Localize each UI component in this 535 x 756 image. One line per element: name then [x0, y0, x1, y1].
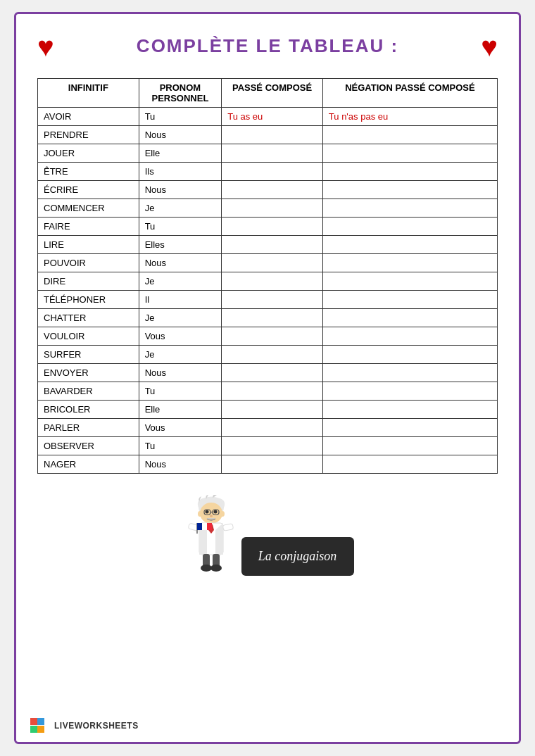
cell-pronom: Elle — [139, 401, 222, 419]
worksheet-page: ♥ COMPLÈTE LE TABLEAU : ♥ INFINITIF PRON… — [14, 12, 521, 744]
cell-pronom: Vous — [139, 327, 222, 346]
table-row: TÉLÉPHONERIl — [38, 291, 498, 309]
cell-passe — [222, 346, 323, 364]
cell-passe — [222, 144, 323, 163]
cell-infinitif: BRICOLER — [38, 401, 139, 419]
svg-point-9 — [220, 511, 225, 517]
table-row: LIREElles — [38, 236, 498, 254]
table-row: SURFERJe — [38, 346, 498, 364]
table-row: OBSERVERTu — [38, 437, 498, 455]
cell-infinitif: COMMENCER — [38, 199, 139, 218]
footer-illustration: La conjugaison — [37, 495, 498, 576]
svg-point-19 — [201, 565, 212, 572]
table-row: JOUERElle — [38, 144, 498, 163]
cell-negation — [322, 437, 497, 455]
cell-pronom: Je — [139, 346, 222, 364]
table-row: DIREJe — [38, 272, 498, 291]
svg-point-3 — [213, 510, 217, 514]
cell-negation — [322, 455, 497, 474]
table-row: POUVOIRNous — [38, 254, 498, 272]
cell-passe: Tu as eu — [222, 108, 323, 126]
cell-passe — [222, 218, 323, 236]
cell-passe — [222, 364, 323, 382]
cell-passe — [222, 437, 323, 455]
cell-negation — [322, 144, 497, 163]
cell-negation — [322, 382, 497, 401]
cell-pronom: Nous — [139, 455, 222, 474]
table-row: PRENDRENous — [38, 126, 498, 144]
cell-passe — [222, 163, 323, 181]
cell-infinitif: JOUER — [38, 144, 139, 163]
table-row: ÉCRIRENous — [38, 181, 498, 199]
table-row: AVOIRTuTu as euTu n'as pas eu — [38, 108, 498, 126]
col-header-negation: NÉGATION PASSÉ COMPOSÉ — [322, 79, 497, 108]
svg-point-2 — [205, 510, 208, 514]
svg-rect-21 — [30, 718, 37, 725]
cell-pronom: Tu — [139, 108, 222, 126]
table-row: ENVOYERNous — [38, 364, 498, 382]
cell-negation — [322, 327, 497, 346]
liveworksheets-icon — [30, 718, 51, 733]
cell-passe — [222, 309, 323, 327]
cell-negation — [322, 291, 497, 309]
svg-rect-14 — [202, 523, 207, 530]
table-row: BAVARDERTu — [38, 382, 498, 401]
cell-negation — [322, 254, 497, 272]
cell-passe — [222, 419, 323, 437]
cell-negation — [322, 272, 497, 291]
col-header-infinitif: INFINITIF — [38, 79, 139, 108]
cell-infinitif: ENVOYER — [38, 364, 139, 382]
cell-infinitif: FAIRE — [38, 218, 139, 236]
cell-pronom: Tu — [139, 382, 222, 401]
cell-pronom: Vous — [139, 419, 222, 437]
cell-negation — [322, 401, 497, 419]
cell-negation — [322, 199, 497, 218]
cell-negation: Tu n'as pas eu — [322, 108, 497, 126]
cell-infinitif: TÉLÉPHONER — [38, 291, 139, 309]
svg-point-7 — [210, 515, 213, 517]
cell-pronom: Je — [139, 272, 222, 291]
heart-left-icon: ♥ — [37, 30, 54, 62]
table-row: COMMENCERJe — [38, 199, 498, 218]
cell-pronom: Nous — [139, 181, 222, 199]
cell-negation — [322, 419, 497, 437]
table-header-row: INFINITIF PRONOM PERSONNEL PASSÉ COMPOSÉ… — [38, 79, 498, 108]
table-row: BRICOLERElle — [38, 401, 498, 419]
table-row: PARLERVous — [38, 419, 498, 437]
cell-infinitif: POUVOIR — [38, 254, 139, 272]
conjugation-table: INFINITIF PRONOM PERSONNEL PASSÉ COMPOSÉ… — [37, 78, 498, 474]
cell-passe — [222, 199, 323, 218]
cell-infinitif: PARLER — [38, 419, 139, 437]
cell-passe — [222, 236, 323, 254]
cell-pronom: Elle — [139, 144, 222, 163]
page-header: ♥ COMPLÈTE LE TABLEAU : ♥ — [37, 35, 498, 57]
cell-pronom: Nous — [139, 254, 222, 272]
cell-pronom: Je — [139, 199, 222, 218]
cell-pronom: Ils — [139, 163, 222, 181]
heart-right-icon: ♥ — [481, 30, 498, 62]
cell-passe — [222, 254, 323, 272]
svg-point-20 — [210, 565, 222, 572]
cell-infinitif: BAVARDER — [38, 382, 139, 401]
cell-passe — [222, 291, 323, 309]
cell-infinitif: CHATTER — [38, 309, 139, 327]
table-row: ÊTREIls — [38, 163, 498, 181]
cell-negation — [322, 309, 497, 327]
cell-passe — [222, 272, 323, 291]
cell-negation — [322, 236, 497, 254]
svg-rect-15 — [207, 523, 212, 530]
liveworksheets-footer: LIVEWORKSHEETS — [30, 718, 139, 733]
liveworksheets-logo: LIVEWORKSHEETS — [30, 718, 139, 733]
cell-passe — [222, 401, 323, 419]
professor-figure — [182, 495, 241, 576]
cell-pronom: Elles — [139, 236, 222, 254]
cell-pronom: Nous — [139, 126, 222, 144]
cell-pronom: Tu — [139, 218, 222, 236]
cell-passe — [222, 126, 323, 144]
conjugation-table-container: INFINITIF PRONOM PERSONNEL PASSÉ COMPOSÉ… — [37, 78, 498, 474]
cell-negation — [322, 364, 497, 382]
page-title: COMPLÈTE LE TABLEAU : — [137, 35, 398, 57]
cell-pronom: Il — [139, 291, 222, 309]
col-header-passe: PASSÉ COMPOSÉ — [222, 79, 323, 108]
svg-rect-13 — [197, 523, 202, 530]
